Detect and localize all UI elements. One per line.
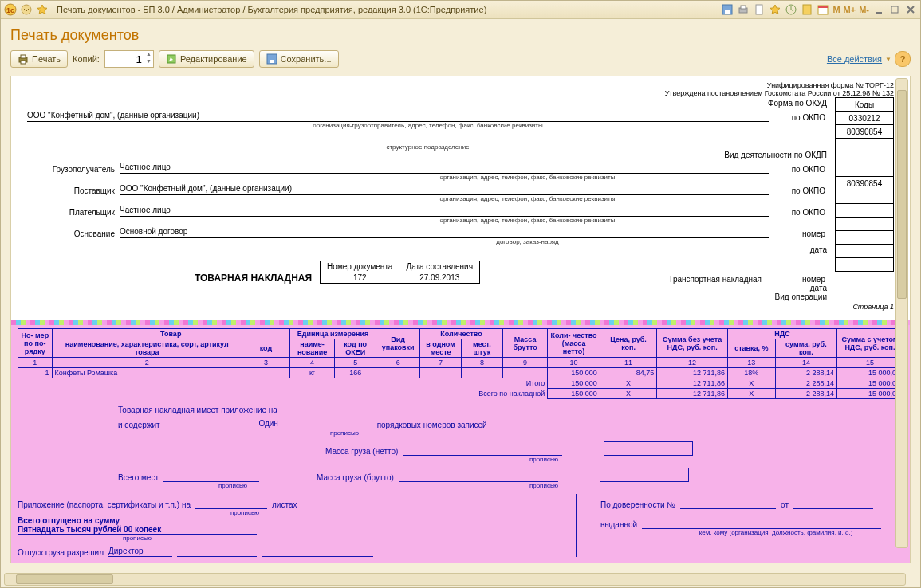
struct-sub: структурное подразделение bbox=[27, 143, 830, 151]
sheets-label: листах bbox=[272, 500, 297, 509]
code-okpo-1: 80390854 bbox=[836, 125, 894, 139]
th-total: Сумма с учетом НДС, руб. коп. bbox=[836, 329, 903, 358]
svg-rect-16 bbox=[21, 61, 26, 64]
places-label: Всего мест bbox=[118, 473, 159, 482]
director-value: Директор bbox=[108, 547, 172, 557]
calc-icon[interactable] bbox=[801, 3, 813, 16]
spin-down-icon[interactable]: ▼ bbox=[144, 58, 153, 65]
supplier-value: ООО "Конфетный дом", (данные организации… bbox=[120, 184, 769, 195]
th-num: Но- мер по по- рядку bbox=[18, 329, 53, 358]
page-number: Страница 1 bbox=[27, 303, 894, 311]
svg-rect-6 bbox=[741, 6, 746, 9]
okpo-label-1: по ОКПО bbox=[769, 113, 829, 122]
toolbar: Печать Копий: ▲▼ Редактирование Сохранит… bbox=[10, 50, 911, 68]
calendar-icon[interactable] bbox=[817, 3, 829, 16]
mass-gross-label: Масса груза (брутто) bbox=[317, 473, 394, 482]
th-goods: Товар bbox=[52, 329, 289, 339]
itogo-row: Итого 150,000 X 12 711,86 X 2 288,14 15 … bbox=[18, 378, 903, 389]
code-num-2 bbox=[836, 231, 894, 245]
th-price: Цена, руб. коп. bbox=[600, 329, 656, 358]
svg-rect-9 bbox=[803, 5, 811, 14]
th-q1: в одном месте bbox=[420, 339, 462, 358]
okpo-label-2: по ОКПО bbox=[769, 165, 829, 174]
save-label: Сохранить... bbox=[281, 54, 332, 64]
app-logo-icon: 1c bbox=[4, 3, 17, 16]
print-button[interactable]: Печать bbox=[10, 50, 68, 68]
basis-label: Основание bbox=[27, 229, 120, 238]
all-actions-link[interactable]: Все действия bbox=[827, 54, 882, 64]
th-uname: наиме- нование bbox=[289, 339, 334, 358]
proxy-label: По доверенности № bbox=[600, 500, 675, 509]
date-label-2: дата bbox=[27, 284, 830, 292]
doc-icon[interactable] bbox=[753, 3, 766, 16]
form-note-2: Утверждена постановлением Госкомстата Ро… bbox=[27, 89, 894, 97]
print-icon[interactable] bbox=[737, 3, 750, 16]
svg-rect-15 bbox=[21, 55, 26, 58]
save-icon[interactable] bbox=[721, 3, 734, 16]
restore-icon[interactable] bbox=[888, 3, 901, 16]
code-okdp bbox=[836, 139, 894, 163]
spin-up-icon[interactable]: ▲ bbox=[144, 51, 153, 58]
org-sub: организация-грузоотправитель, адрес, тел… bbox=[27, 122, 830, 129]
contains-text: и содержит bbox=[118, 421, 160, 429]
code-date-1 bbox=[836, 218, 894, 231]
attach-text: Товарная накладная имеет приложение на bbox=[118, 406, 277, 414]
titlebar: 1c Печать документов - БП 3.0 / Админист… bbox=[1, 1, 920, 19]
fav-icon[interactable] bbox=[769, 3, 781, 16]
op-label: Вид операции bbox=[27, 292, 830, 301]
scroll-thumb[interactable] bbox=[16, 574, 113, 584]
edit-button[interactable]: Редактирование bbox=[159, 50, 254, 68]
save-button[interactable]: Сохранить... bbox=[259, 50, 339, 68]
org-value: ООО "Конфетный дом", (данные организации… bbox=[27, 111, 769, 122]
th-unit: Единица измерения bbox=[289, 329, 376, 339]
help-icon[interactable]: ? bbox=[895, 51, 911, 67]
horizontal-scrollbar[interactable] bbox=[4, 573, 906, 586]
basis-value: Основной договор bbox=[120, 227, 769, 238]
okud-label: Форма по ОКУД bbox=[27, 99, 830, 108]
th-mass: Масса брутто bbox=[502, 329, 547, 358]
one-value: Один bbox=[165, 419, 372, 429]
svg-rect-19 bbox=[270, 60, 274, 63]
copies-spinner[interactable]: ▲▼ bbox=[104, 50, 154, 68]
th-vat: НДС bbox=[727, 329, 836, 339]
code-op bbox=[836, 258, 894, 272]
edit-icon bbox=[166, 53, 177, 65]
history-icon[interactable] bbox=[785, 3, 797, 16]
th-vrate: ставка, % bbox=[727, 339, 775, 358]
app-window: 1c Печать документов - БП 3.0 / Админист… bbox=[0, 0, 921, 588]
num-label-2: номер bbox=[769, 275, 829, 284]
edit-label: Редактирование bbox=[180, 54, 247, 64]
m-plus-button[interactable]: M+ bbox=[844, 5, 856, 14]
consignee-sub: организация, адрес, телефон, факс, банко… bbox=[226, 174, 830, 181]
form-note-1: Унифицированная форма № ТОРГ-12 bbox=[27, 81, 894, 89]
th-q2: мест, штук bbox=[462, 339, 503, 358]
docnum-header: Номер документа bbox=[321, 261, 399, 272]
attach2-label: Приложение (паспорта, сертификаты и т.п.… bbox=[18, 500, 191, 509]
codes-header: Коды bbox=[836, 98, 894, 112]
star-icon[interactable] bbox=[36, 3, 49, 16]
vertical-scrollbar[interactable] bbox=[895, 78, 908, 548]
doc-title: ТОВАРНАЯ НАКЛАДНАЯ bbox=[195, 272, 312, 284]
data-grid-area: Но- мер по по- рядку Товар Единица измер… bbox=[11, 322, 910, 563]
content-area: Печать документов Печать Копий: ▲▼ Редак… bbox=[1, 19, 920, 563]
page-title: Печать документов bbox=[10, 27, 911, 44]
supplier-sub: организация, адрес, телефон, факс, банко… bbox=[226, 195, 830, 202]
th-pack: Вид упаковки bbox=[376, 329, 420, 358]
document-viewport: Унифицированная форма № ТОРГ-12 Утвержде… bbox=[10, 76, 911, 563]
window-title: Печать документов - БП 3.0 / Администрат… bbox=[57, 5, 486, 14]
m-button[interactable]: M bbox=[832, 5, 840, 14]
goods-table: Но- мер по по- рядку Товар Единица измер… bbox=[18, 328, 903, 399]
date-label-1: дата bbox=[27, 245, 830, 254]
scroll-thumb[interactable] bbox=[897, 90, 907, 299]
payer-sub: организация, адрес, телефон, факс, банко… bbox=[226, 217, 830, 224]
records-text: порядковых номеров записей bbox=[377, 421, 487, 429]
code-okud: 0330212 bbox=[836, 112, 894, 125]
th-sum: Сумма без учета НДС, руб. коп. bbox=[657, 329, 728, 358]
m-minus-button[interactable]: M- bbox=[859, 5, 869, 14]
minimize-icon[interactable] bbox=[872, 3, 885, 16]
consignee-label: Грузополучатель bbox=[27, 165, 120, 174]
chevron-down-icon[interactable]: ▼ bbox=[885, 56, 891, 63]
dropdown-icon[interactable] bbox=[20, 3, 33, 16]
close-icon[interactable] bbox=[904, 3, 917, 16]
document-header: Унифицированная форма № ТОРГ-12 Утвержде… bbox=[11, 76, 910, 316]
